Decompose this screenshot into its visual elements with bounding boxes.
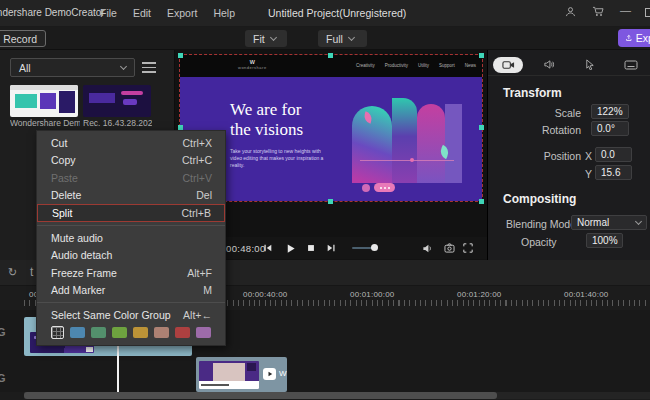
menu-file[interactable]: File: [100, 7, 117, 19]
tab-cursor[interactable]: [575, 57, 605, 73]
text-tool-icon[interactable]: t: [30, 265, 33, 279]
opacity-input[interactable]: 100%: [586, 233, 623, 248]
fit-dropdown[interactable]: Fit: [245, 30, 287, 47]
account-icon[interactable]: [565, 6, 576, 17]
menu-help[interactable]: Help: [213, 7, 235, 19]
video-clip-2[interactable]: W: [196, 357, 287, 392]
volume-icon[interactable]: [420, 241, 434, 255]
menu-item-copy[interactable]: CopyCtrl+C: [37, 152, 225, 170]
rotation-input[interactable]: 0.0°: [591, 121, 629, 136]
snapshot-icon[interactable]: [442, 241, 456, 255]
position-y-label: Y: [585, 168, 592, 180]
minimize-icon[interactable]: —: [620, 4, 631, 16]
clip2-thumbnail: [199, 361, 259, 389]
redo-icon[interactable]: ↻: [8, 266, 17, 279]
properties-panel: Transform Scale 122% Rotation 0.0° Posit…: [487, 50, 650, 260]
chevron-down-icon: [270, 34, 277, 41]
color-swatch-mauve[interactable]: [154, 327, 169, 338]
timeline-scrollbar[interactable]: [24, 392, 650, 399]
media-thumbnail-2[interactable]: [83, 85, 151, 117]
tab-video[interactable]: [493, 57, 523, 73]
selection-handle[interactable]: [178, 53, 183, 58]
media-item-label: Rec. 16.43.28.202: [83, 118, 152, 128]
selection-handle[interactable]: [479, 53, 484, 58]
project-title: Untitled Project(Unregistered): [268, 7, 406, 19]
scale-label: Scale: [521, 107, 581, 119]
transform-section-title: Transform: [503, 86, 562, 100]
blending-mode-label: Blending Mode: [506, 218, 576, 230]
main-menu: File Edit Export Help: [100, 7, 235, 19]
color-swatch-teal[interactable]: [91, 327, 106, 338]
site-avatars: [362, 183, 395, 192]
previous-frame-button[interactable]: [261, 241, 275, 255]
menu-item-paste: PasteCtrl+V: [37, 169, 225, 187]
tab-audio[interactable]: [534, 57, 564, 73]
menu-item-split[interactable]: SplitCtrl+B: [37, 204, 225, 222]
keyboard-icon: [624, 60, 638, 70]
site-illustration: [352, 98, 462, 183]
cart-icon[interactable]: [592, 6, 604, 17]
color-swatch-red[interactable]: [175, 327, 190, 338]
full-dropdown[interactable]: Full: [318, 30, 367, 47]
color-swatch-blue[interactable]: [70, 327, 85, 338]
chevron-down-icon: [635, 218, 642, 225]
speaker-icon: [543, 59, 555, 70]
toolbar: Record Fit Full Export: [0, 27, 650, 50]
menu-item-add-marker[interactable]: Add MarkerM: [37, 282, 225, 300]
menu-export[interactable]: Export: [167, 7, 197, 19]
compositing-section-title: Compositing: [503, 192, 576, 206]
color-swatch-green[interactable]: [112, 327, 127, 338]
scale-input[interactable]: 122%: [591, 104, 629, 119]
export-button[interactable]: Export: [618, 29, 650, 47]
selection-handle[interactable]: [479, 125, 484, 130]
tab-caption[interactable]: [616, 57, 646, 73]
media-item-label: Wondershare Dem...: [10, 118, 80, 128]
selection-handle[interactable]: [479, 199, 484, 204]
maximize-icon[interactable]: [645, 8, 650, 17]
rotation-label: Rotation: [521, 124, 581, 136]
color-swatch-gold[interactable]: [133, 327, 148, 338]
stop-button[interactable]: [304, 241, 318, 255]
menu-separator: [37, 225, 225, 226]
play-button[interactable]: [283, 241, 297, 255]
menu-separator: [37, 302, 225, 303]
timeline-scrollbar-thumb[interactable]: [24, 392, 497, 399]
position-y-input[interactable]: 15.6: [595, 165, 632, 180]
list-view-icon[interactable]: [142, 62, 156, 73]
media-thumbnail-1[interactable]: [10, 85, 78, 117]
record-button[interactable]: Record: [0, 30, 46, 47]
ruler-label: 00:01:20:00: [457, 290, 501, 299]
media-filter-dropdown[interactable]: All: [10, 58, 135, 77]
opacity-label: Opacity: [521, 236, 557, 248]
fullscreen-icon[interactable]: [461, 241, 475, 255]
preview-slider-knob[interactable]: [371, 244, 378, 251]
ruler-label: 00:01:40:00: [564, 290, 608, 299]
site-headline: We are for the visions: [230, 100, 303, 140]
color-group-swatches: [37, 324, 225, 342]
menu-item-mute-audio[interactable]: Mute audio: [37, 229, 225, 247]
menu-item-audio-detach[interactable]: Audio detach: [37, 247, 225, 265]
video-camera-icon: [502, 60, 515, 70]
track1-icon[interactable]: G: [0, 326, 6, 338]
menu-edit[interactable]: Edit: [133, 7, 151, 19]
app-title: Wondershare DemoCreator: [0, 7, 105, 18]
menu-item-select-same-color-group[interactable]: Select Same Color GroupAlt+←: [37, 306, 225, 324]
selection-handle[interactable]: [328, 199, 333, 204]
site-body-text: Take your storytelling to new heights wi…: [230, 148, 332, 169]
blending-mode-dropdown[interactable]: Normal: [571, 215, 647, 230]
menu-item-delete[interactable]: DeleteDel: [37, 187, 225, 205]
next-frame-button[interactable]: [324, 241, 338, 255]
site-logo: w wondershare: [238, 59, 267, 71]
chevron-down-icon: [348, 34, 355, 41]
selection-handle[interactable]: [328, 53, 333, 58]
color-none-swatch[interactable]: [51, 326, 64, 339]
position-x-input[interactable]: 0.0: [595, 147, 632, 162]
ruler-label: 00:01:00:00: [350, 290, 394, 299]
color-swatch-purple[interactable]: [196, 327, 211, 338]
site-nav: Creativity Productivity Utility Support …: [356, 63, 482, 69]
play-badge-icon: [263, 368, 276, 380]
menu-item-cut[interactable]: CutCtrl+X: [37, 134, 225, 152]
position-x-label: X: [585, 150, 592, 162]
menu-item-freeze-frame[interactable]: Freeze FrameAlt+F: [37, 264, 225, 282]
track2-icon[interactable]: G: [0, 372, 6, 384]
